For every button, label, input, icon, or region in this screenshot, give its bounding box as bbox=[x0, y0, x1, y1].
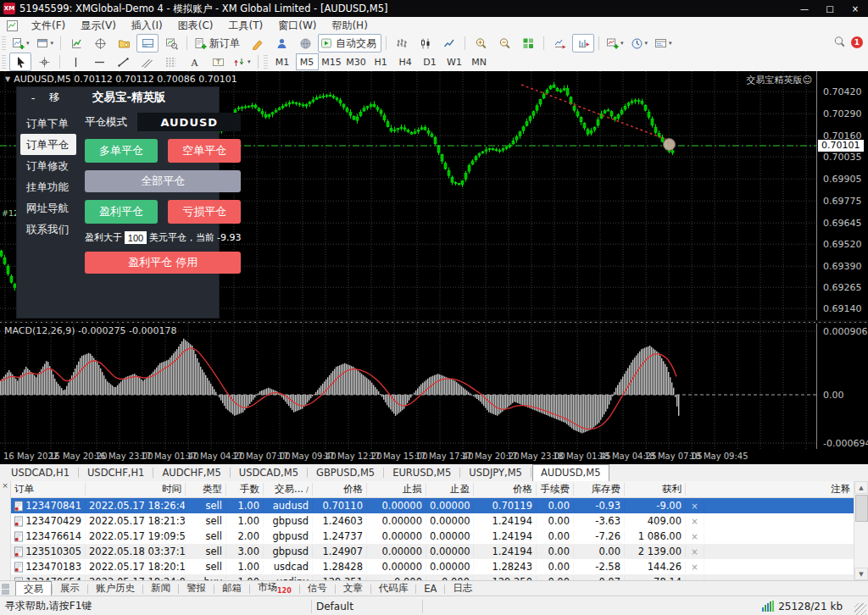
tile-windows-button[interactable] bbox=[517, 34, 539, 53]
close-order-icon[interactable]: × bbox=[691, 547, 698, 557]
close-terminal-button[interactable]: × bbox=[2, 481, 8, 490]
order-row[interactable]: 1234701832022.05.17 18:20:12sell1.00usdc… bbox=[11, 559, 854, 574]
column-header-type[interactable]: 类型 bbox=[186, 483, 226, 496]
timeframe-mn-button[interactable]: MN bbox=[468, 53, 491, 70]
chart-line-button[interactable] bbox=[438, 34, 460, 53]
menu-item-2[interactable]: 插入(I) bbox=[124, 19, 170, 33]
close-order-icon[interactable]: × bbox=[691, 517, 698, 526]
chart-tab-usdjpy-m5[interactable]: USDJPY,M5 bbox=[461, 465, 530, 481]
timeframe-m15-button[interactable]: M15 bbox=[320, 53, 343, 70]
panel-minimize-button[interactable]: - bbox=[27, 91, 39, 104]
chart-tab-eurusd-m5[interactable]: EURUSD,M5 bbox=[385, 465, 459, 481]
order-row[interactable]: 1234706542022.05.17 18:24:00buy1.00usdjp… bbox=[11, 574, 854, 580]
panel-menu-item-2[interactable]: 订单修改 bbox=[20, 155, 76, 176]
column-header-commission[interactable]: 手续费 bbox=[537, 483, 574, 496]
column-header-sl[interactable]: 止损 bbox=[367, 483, 426, 496]
chart-shift-button[interactable] bbox=[572, 34, 594, 53]
panel-menu-item-5[interactable]: 联系我们 bbox=[20, 219, 76, 240]
menu-item-4[interactable]: 工具(T) bbox=[221, 19, 271, 33]
order-row[interactable]: 1234708412022.05.17 18:26:48sell1.00audu… bbox=[11, 498, 854, 513]
metaeditor-button[interactable] bbox=[247, 34, 269, 53]
timeframe-m1-button[interactable]: M1 bbox=[271, 53, 294, 70]
resize-grip[interactable] bbox=[854, 603, 866, 615]
auto-scroll-button[interactable] bbox=[548, 34, 570, 53]
column-header-order[interactable]: 订单 bbox=[11, 483, 86, 496]
chart-tab-gbpusd-m5[interactable]: GBPUSD,M5 bbox=[309, 465, 382, 481]
terminal-tab-11[interactable]: 日志 bbox=[445, 581, 480, 596]
chart-tab-audusd-m5[interactable]: AUDUSD,M5 bbox=[532, 464, 609, 482]
close-losing-button[interactable]: 亏损平仓 bbox=[168, 200, 241, 224]
terminal-tab-9[interactable]: 代码库 bbox=[371, 581, 416, 596]
terminal-tab-3[interactable]: 新闻 bbox=[143, 581, 178, 596]
cursor-button[interactable] bbox=[9, 53, 31, 71]
chart-tab-usdchf-h1[interactable]: USDCHF,H1 bbox=[80, 465, 152, 481]
data-window-button[interactable] bbox=[89, 34, 111, 53]
scroll-up-button[interactable]: ▲ bbox=[854, 481, 868, 494]
status-profile[interactable]: Default bbox=[316, 601, 418, 612]
close-order-icon[interactable]: × bbox=[691, 501, 698, 511]
panel-menu-item-0[interactable]: 订单下单 bbox=[20, 113, 76, 134]
timeframe-h4-button[interactable]: H4 bbox=[394, 53, 417, 70]
panel-menu-item-1[interactable]: 订单平仓 bbox=[20, 134, 76, 155]
text-label-button[interactable]: T bbox=[207, 53, 229, 71]
close-all-button[interactable]: 全部平仓 bbox=[85, 170, 241, 192]
notifications-badge[interactable]: 1 bbox=[851, 36, 863, 48]
menu-item-6[interactable]: 帮助(H) bbox=[324, 19, 375, 33]
menu-item-1[interactable]: 显示(V) bbox=[73, 19, 124, 33]
panel-menu-item-3[interactable]: 挂单功能 bbox=[20, 176, 76, 197]
terminal-tab-6[interactable]: 市场120 bbox=[250, 580, 299, 596]
terminal-tab-5[interactable]: 邮箱 bbox=[214, 581, 249, 596]
column-header-profit[interactable]: 获利 bbox=[625, 483, 686, 496]
scrollbar-thumb[interactable] bbox=[855, 495, 868, 522]
column-header-comment[interactable]: 注释 bbox=[704, 483, 854, 496]
profit-close-toggle-button[interactable]: 盈利平仓 停用 bbox=[85, 252, 241, 274]
timeframe-m30-button[interactable]: M30 bbox=[345, 53, 368, 70]
timeframe-m5-button[interactable]: M5 bbox=[296, 53, 319, 70]
new-chart-button[interactable]: ▾ bbox=[9, 34, 32, 53]
window-close-button[interactable]: × bbox=[843, 0, 868, 17]
column-header-swap[interactable]: 库存费 bbox=[574, 483, 625, 496]
terminal-tab-7[interactable]: 信号 bbox=[300, 581, 335, 596]
chart-candles-button[interactable] bbox=[415, 34, 437, 53]
price-axis[interactable]: 0.70101 0.704200.702900.701600.700350.69… bbox=[816, 71, 868, 449]
profiles-button[interactable]: ▾ bbox=[34, 34, 57, 53]
time-axis[interactable]: 16 May 202216 May 20:2016 May 23:0017 Ma… bbox=[0, 449, 868, 464]
navigator-button[interactable] bbox=[113, 34, 135, 53]
arrows-button[interactable]: ▾ bbox=[231, 53, 253, 71]
terminal-tab-4[interactable]: 警报 bbox=[179, 581, 214, 596]
chart-tab-audchf-m5[interactable]: AUDCHF,M5 bbox=[154, 465, 228, 481]
community-button[interactable] bbox=[270, 34, 292, 53]
vertical-line-button[interactable] bbox=[64, 53, 86, 71]
close-profitable-button[interactable]: 盈利平仓 bbox=[85, 200, 158, 224]
close-order-icon[interactable]: × bbox=[691, 532, 698, 541]
column-header-price[interactable]: 价格 bbox=[313, 483, 367, 496]
toolbar-grip[interactable] bbox=[2, 36, 6, 50]
terminal-tab-0[interactable]: 交易 bbox=[15, 581, 52, 597]
autotrading-button[interactable]: 自动交易 bbox=[318, 34, 381, 53]
templates-button[interactable]: ▾ bbox=[652, 34, 675, 53]
window-minimize-button[interactable]: — bbox=[792, 0, 817, 17]
menu-item-0[interactable]: 文件(F) bbox=[24, 19, 73, 33]
indicators-button[interactable]: ▾ bbox=[604, 34, 626, 53]
close-long-button[interactable]: 多单平仓 bbox=[85, 139, 158, 163]
fibonacci-button[interactable] bbox=[159, 53, 181, 71]
pane-splitter[interactable] bbox=[0, 320, 868, 324]
column-header-lots[interactable]: 手数 bbox=[226, 483, 264, 496]
terminal-button[interactable] bbox=[136, 34, 159, 53]
crosshair-button[interactable] bbox=[33, 53, 55, 71]
terminal-tab-1[interactable]: 展示 bbox=[53, 581, 87, 596]
terminal-tab-2[interactable]: 账户历史 bbox=[88, 581, 142, 596]
chart-tab-usdcad-m5[interactable]: USDCAD,M5 bbox=[231, 465, 306, 481]
zoom-in-button[interactable] bbox=[470, 34, 492, 53]
timeframe-w1-button[interactable]: W1 bbox=[443, 53, 466, 70]
zoom-out-button[interactable] bbox=[493, 34, 515, 53]
chart-area[interactable]: ▼ AUDUSD,M5 0.70112 0.70112 0.70086 0.70… bbox=[0, 71, 868, 464]
orders-table-header[interactable]: 订单时间类型手数交易...∕价格止损止盈价格手续费库存费获利注释 bbox=[11, 481, 854, 498]
column-header-time[interactable]: 时间 bbox=[86, 483, 186, 496]
order-row[interactable]: 1235103052022.05.18 03:37:11sell3.00gbpu… bbox=[11, 544, 854, 559]
terminal-scrollbar[interactable]: ▲ ▼ bbox=[854, 481, 868, 580]
search-icon[interactable] bbox=[833, 36, 846, 48]
panel-move-button[interactable]: 移 bbox=[49, 91, 60, 105]
terminal-tab-10[interactable]: EA bbox=[416, 582, 444, 596]
sounds-button[interactable] bbox=[294, 34, 316, 53]
